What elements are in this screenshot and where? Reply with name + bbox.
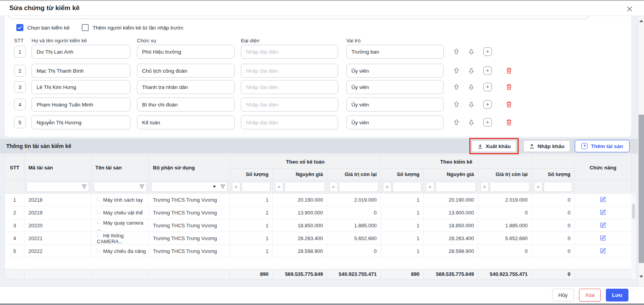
- member-position-input[interactable]: [137, 115, 235, 129]
- table-row[interactable]: 1 20218 Máy tính sách tay Trường THCS Tr…: [5, 193, 632, 206]
- member-name-input[interactable]: [32, 80, 130, 94]
- move-up-button[interactable]: [452, 47, 461, 56]
- filter-funnel-button[interactable]: [79, 182, 89, 192]
- filter-acc-cost-input[interactable]: [284, 182, 325, 192]
- member-position-input[interactable]: [137, 64, 235, 78]
- filter-inv-remaining-input[interactable]: [490, 182, 530, 192]
- table-scrollbar-thumb[interactable]: [632, 204, 635, 219]
- page-scrollbar-thumb[interactable]: [639, 115, 644, 263]
- edit-row-button[interactable]: [599, 221, 607, 229]
- equals-operator-button[interactable]: =: [329, 182, 338, 192]
- cell-inv-quantity: 1: [381, 232, 424, 245]
- equals-operator-button[interactable]: =: [232, 182, 240, 192]
- table-row[interactable]: 2 20219 Máy chiếu vật thể Trường THCS Tr…: [5, 206, 632, 219]
- filter-acc-quantity-input[interactable]: [242, 182, 270, 192]
- table-row[interactable]: 5 20222 Máy chiếu đa năng Trường THCS Tr…: [5, 245, 632, 258]
- member-position-input[interactable]: [137, 80, 235, 94]
- member-role-input[interactable]: [346, 64, 444, 78]
- filter-quantity-input[interactable]: [544, 182, 572, 192]
- member-role-input[interactable]: [346, 80, 444, 94]
- add-member-button[interactable]: +: [483, 100, 492, 109]
- edit-row-button[interactable]: [599, 195, 607, 203]
- move-down-button[interactable]: [467, 118, 476, 127]
- filter-inv-cost-input[interactable]: [435, 182, 476, 192]
- filter-acc-remaining-input[interactable]: [339, 182, 379, 192]
- member-name-input[interactable]: [32, 45, 130, 59]
- filter-inv-quantity-input[interactable]: [393, 182, 421, 192]
- move-down-button[interactable]: [467, 47, 476, 56]
- member-name-input[interactable]: [32, 98, 130, 112]
- move-down-button[interactable]: [467, 83, 476, 91]
- member-representative-input[interactable]: [241, 98, 338, 112]
- cancel-button[interactable]: Hủy: [552, 289, 574, 302]
- equals-operator-button[interactable]: =: [480, 182, 489, 192]
- member-position-input[interactable]: [137, 45, 235, 59]
- equals-operator-button[interactable]: =: [383, 182, 391, 192]
- filter-funnel-button[interactable]: [218, 182, 227, 192]
- filter-department-input[interactable]: [151, 182, 213, 192]
- add-member-button[interactable]: +: [483, 47, 492, 56]
- delete-member-button[interactable]: [505, 100, 513, 109]
- scroll-up-icon[interactable]: [639, 20, 643, 22]
- edit-row-button[interactable]: [599, 234, 607, 242]
- add-member-button[interactable]: +: [483, 83, 492, 91]
- edit-row-button[interactable]: [599, 208, 607, 216]
- table-row[interactable]: 3 20220 Máy quay camera ... Trường THCS …: [5, 219, 632, 232]
- delete-member-button[interactable]: [505, 66, 513, 75]
- member-name-input[interactable]: [32, 115, 130, 129]
- member-representative-input[interactable]: [241, 64, 338, 78]
- equals-operator-button[interactable]: =: [275, 182, 283, 192]
- delete-member-button[interactable]: [505, 83, 513, 91]
- delete-member-button[interactable]: [505, 118, 513, 127]
- member-representative-input[interactable]: [241, 45, 338, 59]
- cell-code: 20218: [25, 193, 91, 206]
- member-position-input[interactable]: [137, 98, 235, 112]
- select-board-checkbox-group: Chọn ban kiểm kê: [16, 24, 70, 31]
- edit-row-button[interactable]: [599, 247, 607, 254]
- totals-empty: [91, 269, 149, 279]
- add-from-previous-checkbox[interactable]: [82, 24, 89, 31]
- save-button[interactable]: Lưu: [606, 289, 628, 302]
- member-representative-input[interactable]: [241, 115, 338, 129]
- move-up-button[interactable]: [452, 66, 461, 75]
- scroll-down-icon[interactable]: [639, 275, 643, 278]
- trash-icon: [505, 67, 512, 74]
- edit-icon: [600, 196, 606, 203]
- filter-code-input[interactable]: [27, 182, 79, 192]
- total-inv-quantity: 890: [381, 269, 424, 279]
- clipped-input-above[interactable]: [9, 16, 588, 19]
- import-button[interactable]: Nhập khẩu: [523, 140, 570, 152]
- add-member-button[interactable]: +: [483, 66, 492, 75]
- window-bottom-edge: [0, 303, 644, 305]
- filter-funnel-button[interactable]: [137, 182, 146, 192]
- select-board-checkbox[interactable]: [16, 24, 23, 31]
- filter-name-input[interactable]: [94, 182, 137, 192]
- add-member-button[interactable]: +: [483, 118, 492, 127]
- export-button[interactable]: Xuất khẩu: [472, 140, 517, 152]
- move-up-button[interactable]: [452, 83, 461, 91]
- add-asset-button[interactable]: + Thêm tài sản: [575, 140, 630, 152]
- page-scrollbar[interactable]: [638, 16, 644, 286]
- export-button-label: Xuất khẩu: [486, 143, 511, 149]
- committee-member-row: 4 +: [5, 98, 631, 112]
- equals-operator-button[interactable]: =: [534, 182, 542, 192]
- member-role-input[interactable]: [346, 115, 444, 129]
- move-up-button[interactable]: [452, 118, 461, 127]
- table-scrollbar[interactable]: [631, 193, 636, 279]
- table-row[interactable]: 4 20221 Hệ thống CAMERA... Trường THCS T…: [5, 232, 632, 245]
- move-down-button[interactable]: [467, 100, 476, 109]
- member-representative-input[interactable]: [241, 80, 338, 94]
- dropdown-caret-icon[interactable]: [213, 186, 216, 188]
- equals-operator-button[interactable]: =: [426, 182, 434, 192]
- move-up-button[interactable]: [452, 100, 461, 109]
- delete-button[interactable]: Xóa: [579, 289, 601, 302]
- cell-inv-quantity: 1: [381, 193, 424, 206]
- arrow-down-icon: [467, 67, 475, 75]
- member-name-input[interactable]: [32, 64, 130, 78]
- cell-stt: 2: [5, 206, 25, 219]
- cell-acc-remaining: 5.652.680: [327, 232, 381, 245]
- member-role-input[interactable]: [346, 98, 444, 112]
- move-down-button[interactable]: [467, 66, 476, 75]
- member-role-input[interactable]: [346, 45, 444, 59]
- close-button[interactable]: [625, 5, 634, 13]
